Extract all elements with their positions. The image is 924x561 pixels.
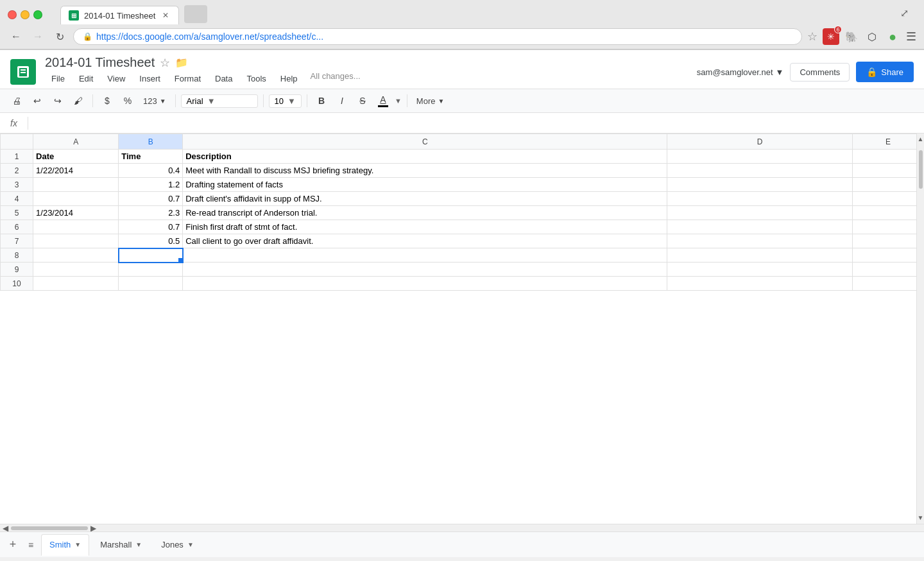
layers-icon[interactable]: ⬡ [864,28,880,45]
folder-icon[interactable]: 📁 [175,56,188,69]
cell-D3[interactable] [667,178,853,192]
col-header-E[interactable]: E [852,134,923,150]
cell-D7[interactable] [667,234,853,248]
sheet-tab-smith-dropdown[interactable]: ▼ [74,541,81,548]
cell-E5[interactable] [852,206,923,220]
sheet-menu-button[interactable]: ≡ [23,537,38,553]
more-selector[interactable]: More ▼ [413,94,449,108]
cell-C3[interactable]: Drafting statement of facts [183,178,667,192]
vertical-scrollbar[interactable]: ▲ ▼ [916,134,924,524]
cell-E10[interactable] [852,277,923,291]
cell-B2[interactable]: 0.4 [119,164,183,178]
cell-A8[interactable] [33,248,119,263]
paint-format-button[interactable]: 🖌 [69,92,87,110]
menu-help[interactable]: Help [274,71,304,86]
cell-D6[interactable] [667,220,853,234]
user-account[interactable]: sam@samglover.net ▼ [697,67,784,77]
scroll-thumb-v[interactable] [919,150,923,189]
cell-D5[interactable] [667,206,853,220]
cell-B3[interactable]: 1.2 [119,178,183,192]
cell-D9[interactable] [667,263,853,277]
bookmark-icon[interactable]: ☆ [807,30,817,44]
cell-C4[interactable]: Draft client's affidavit in supp of MSJ. [183,192,667,206]
comments-button[interactable]: Comments [790,63,850,82]
cell-C10[interactable] [183,277,667,291]
menu-data[interactable]: Data [209,71,239,86]
close-button[interactable] [8,10,17,19]
scroll-thumb-h[interactable] [11,526,88,530]
reload-button[interactable]: ↻ [51,28,68,45]
scroll-right-arrow[interactable]: ▶ [90,524,96,532]
cell-E7[interactable] [852,234,923,248]
col-header-B[interactable]: B [119,134,183,150]
currency-button[interactable]: $ [98,92,116,110]
cell-A10[interactable] [33,277,119,291]
cell-E4[interactable] [852,192,923,206]
formula-input[interactable] [33,118,919,128]
menu-edit[interactable]: Edit [73,71,99,86]
doc-title[interactable]: 2014-01 Timesheet [45,55,155,70]
scroll-left-arrow[interactable]: ◀ [3,524,8,532]
sheet-tab-jones[interactable]: Jones ▼ [153,534,202,556]
print-button[interactable]: 🖨 [8,92,26,110]
cell-C9[interactable] [183,263,667,277]
cell-D1[interactable] [667,150,853,164]
sheet-tab-jones-dropdown[interactable]: ▼ [187,541,194,548]
cell-A6[interactable] [33,220,119,234]
redo-button[interactable]: ↪ [49,92,67,110]
cell-C2[interactable]: Meet with Randall to discuss MSJ briefin… [183,164,667,178]
cell-E8[interactable] [852,248,923,263]
new-tab-placeholder[interactable] [184,5,207,23]
cell-B4[interactable]: 0.7 [119,192,183,206]
cell-C5[interactable]: Re-read transcript of Anderson trial. [183,206,667,220]
cell-D8[interactable] [667,248,853,263]
restore-down-icon[interactable]: ⤢ [900,7,909,19]
font-family-selector[interactable]: Arial ▼ [181,94,258,108]
star-icon[interactable]: ☆ [160,56,170,70]
cell-E2[interactable] [852,164,923,178]
text-color-dropdown[interactable]: ▼ [395,97,402,105]
cell-A7[interactable] [33,234,119,248]
scroll-down-arrow[interactable]: ▼ [918,515,924,521]
cell-B7[interactable]: 0.5 [119,234,183,248]
cell-E3[interactable] [852,178,923,192]
cell-C6[interactable]: Finish first draft of stmt of fact. [183,220,667,234]
back-button[interactable]: ← [8,28,24,45]
font-size-selector[interactable]: 10 ▼ [269,94,302,108]
cell-A5[interactable]: 1/23/2014 [33,206,119,220]
menu-format[interactable]: Format [168,71,207,86]
bold-button[interactable]: B [312,92,330,110]
cell-E9[interactable] [852,263,923,277]
cell-D10[interactable] [667,277,853,291]
menu-tools[interactable]: Tools [240,71,272,86]
menu-insert[interactable]: Insert [133,71,167,86]
cell-E1[interactable] [852,150,923,164]
chat-icon[interactable]: ● [884,28,901,45]
active-tab[interactable]: ⊞ 2014-01 Timesheet ✕ [60,6,179,24]
minimize-button[interactable] [21,10,30,19]
cell-A3[interactable] [33,178,119,192]
col-header-C[interactable]: C [183,134,667,150]
cell-C1[interactable]: Description [183,150,667,164]
cell-A1[interactable]: Date [33,150,119,164]
percent-button[interactable]: % [119,92,137,110]
hamburger-menu-icon[interactable]: ☰ [906,30,916,44]
cell-A2[interactable]: 1/22/2014 [33,164,119,178]
italic-button[interactable]: I [333,92,351,110]
text-color-button[interactable]: A [374,92,392,110]
cell-A9[interactable] [33,263,119,277]
cell-B8-selected[interactable] [119,248,183,263]
scroll-up-arrow[interactable]: ▲ [918,136,924,142]
cell-B9[interactable] [119,263,183,277]
maximize-button[interactable] [33,10,42,19]
evernote-icon[interactable]: 🐘 [843,28,860,45]
cell-C7[interactable]: Call client to go over draft affidavit. [183,234,667,248]
sheet-tab-marshall[interactable]: Marshall ▼ [92,534,150,556]
menu-file[interactable]: File [45,71,71,86]
sheet-tab-smith[interactable]: Smith ▼ [41,534,89,556]
menu-view[interactable]: View [101,71,132,86]
ext-asterisk-icon[interactable]: ✳ 6 [823,28,839,45]
cell-E6[interactable] [852,220,923,234]
cell-A4[interactable] [33,192,119,206]
add-sheet-button[interactable]: + [5,537,21,553]
